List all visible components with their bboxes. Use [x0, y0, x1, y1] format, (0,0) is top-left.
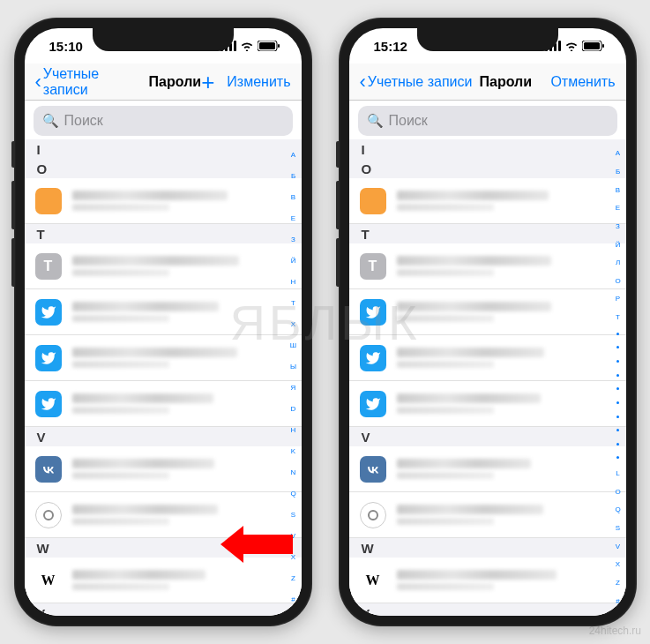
- password-row[interactable]: [349, 289, 626, 335]
- site-favicon: [360, 188, 386, 214]
- index-letter[interactable]: Х: [288, 321, 300, 328]
- index-letter[interactable]: #: [612, 598, 624, 605]
- index-letter[interactable]: Q: [612, 506, 624, 513]
- site-favicon: [35, 345, 62, 371]
- index-letter[interactable]: З: [288, 236, 300, 243]
- section-header: I: [349, 139, 626, 159]
- password-row[interactable]: [25, 381, 302, 427]
- password-row[interactable]: T: [25, 243, 302, 289]
- index-letter[interactable]: Ш: [288, 342, 300, 349]
- index-letter[interactable]: О: [612, 278, 624, 285]
- index-letter[interactable]: Н: [288, 279, 300, 286]
- index-letter[interactable]: V: [612, 543, 624, 550]
- index-letter[interactable]: В: [612, 187, 624, 194]
- index-letter[interactable]: А: [612, 150, 624, 157]
- blurred-title: [397, 302, 552, 311]
- back-label: Учетные записи: [43, 66, 142, 98]
- index-letter[interactable]: Т: [288, 300, 300, 307]
- search-input[interactable]: 🔍Поиск: [34, 106, 293, 136]
- index-letter[interactable]: Б: [288, 173, 300, 180]
- add-button[interactable]: +: [201, 71, 214, 94]
- index-letter[interactable]: Я: [288, 385, 300, 392]
- blurred-subtitle: [72, 204, 170, 211]
- password-row[interactable]: [25, 446, 302, 492]
- index-letter[interactable]: Е: [612, 205, 624, 212]
- index-letter[interactable]: Z: [288, 575, 300, 582]
- password-list[interactable]: IOTTVWWYYyablyk.com — yablykyablyk.comЯА…: [25, 139, 302, 616]
- password-row[interactable]: [349, 335, 626, 381]
- index-letter[interactable]: N: [288, 469, 300, 476]
- blurred-title: [72, 191, 228, 200]
- svg-rect-3: [234, 41, 236, 51]
- search-placeholder: Поиск: [389, 113, 428, 129]
- index-letter[interactable]: [616, 429, 619, 431]
- site-favicon: [360, 299, 386, 326]
- site-favicon: [35, 391, 62, 417]
- notch: [417, 28, 558, 51]
- index-letter[interactable]: З: [612, 223, 624, 230]
- edit-button[interactable]: Отменить: [550, 74, 615, 90]
- index-letter[interactable]: Т: [612, 314, 624, 321]
- password-list[interactable]: IOTTVWWYYlyk.com — yablykудалениеЯАБВЕЗЙ…: [349, 139, 626, 616]
- password-row[interactable]: W: [349, 558, 626, 603]
- index-letter[interactable]: [616, 387, 619, 390]
- site-favicon: [35, 188, 62, 214]
- password-row[interactable]: [25, 335, 302, 381]
- index-scrubber[interactable]: АБВЕЗЙЛОРТLOQSVXZ#: [612, 139, 624, 616]
- index-letter[interactable]: D: [288, 406, 300, 413]
- index-letter[interactable]: [616, 374, 619, 377]
- back-button[interactable]: ‹Учетные записи: [360, 72, 473, 92]
- index-letter[interactable]: S: [288, 512, 300, 519]
- status-time: 15:12: [374, 39, 407, 54]
- password-row[interactable]: T: [349, 243, 626, 289]
- index-letter[interactable]: А: [288, 152, 300, 159]
- password-row[interactable]: [25, 178, 302, 224]
- index-letter[interactable]: Ы: [288, 363, 300, 371]
- index-letter[interactable]: X: [612, 561, 624, 568]
- index-letter[interactable]: Р: [612, 296, 624, 303]
- password-row[interactable]: [349, 178, 626, 224]
- site-favicon: [35, 456, 62, 483]
- search-icon: 🔍: [42, 113, 59, 129]
- search-input[interactable]: 🔍Поиск: [358, 106, 617, 136]
- password-row[interactable]: W: [25, 558, 302, 603]
- index-letter[interactable]: Й: [288, 258, 300, 265]
- index-letter[interactable]: #: [288, 596, 300, 603]
- password-row[interactable]: [25, 492, 302, 538]
- index-letter[interactable]: Л: [612, 259, 624, 266]
- index-letter[interactable]: [616, 456, 619, 459]
- index-letter[interactable]: [616, 346, 619, 348]
- index-scrubber[interactable]: АБВЕЗЙНТХШЫЯDHKNQSVXZ#: [288, 139, 300, 616]
- chevron-left-icon: ‹: [35, 72, 41, 92]
- blurred-subtitle: [72, 315, 170, 322]
- blurred-subtitle: [72, 407, 170, 414]
- index-letter[interactable]: Z: [612, 580, 624, 587]
- index-letter[interactable]: O: [612, 489, 624, 496]
- index-letter[interactable]: [616, 401, 619, 404]
- index-letter[interactable]: K: [288, 448, 300, 455]
- index-letter[interactable]: Е: [288, 215, 300, 222]
- blurred-title: [72, 459, 215, 468]
- back-button[interactable]: ‹Учетные записи: [35, 66, 142, 98]
- index-letter[interactable]: H: [288, 427, 300, 434]
- index-letter[interactable]: L: [612, 470, 624, 477]
- password-row[interactable]: [25, 289, 302, 335]
- section-header: W: [349, 538, 626, 558]
- password-row[interactable]: [349, 446, 626, 492]
- site-favicon: [35, 502, 62, 528]
- index-letter[interactable]: [616, 360, 619, 363]
- index-letter[interactable]: Q: [288, 490, 300, 498]
- index-letter[interactable]: [616, 416, 619, 418]
- blurred-subtitle: [397, 472, 495, 479]
- password-row[interactable]: [349, 381, 626, 427]
- edit-button[interactable]: Изменить: [227, 74, 290, 90]
- password-row[interactable]: [349, 492, 626, 538]
- index-letter[interactable]: [616, 333, 619, 335]
- index-letter[interactable]: В: [288, 194, 300, 201]
- index-letter[interactable]: Й: [612, 242, 624, 249]
- index-letter[interactable]: S: [612, 525, 624, 532]
- index-letter[interactable]: Б: [612, 168, 624, 176]
- index-letter[interactable]: X: [288, 554, 300, 561]
- index-letter[interactable]: V: [288, 533, 300, 540]
- index-letter[interactable]: [616, 443, 619, 446]
